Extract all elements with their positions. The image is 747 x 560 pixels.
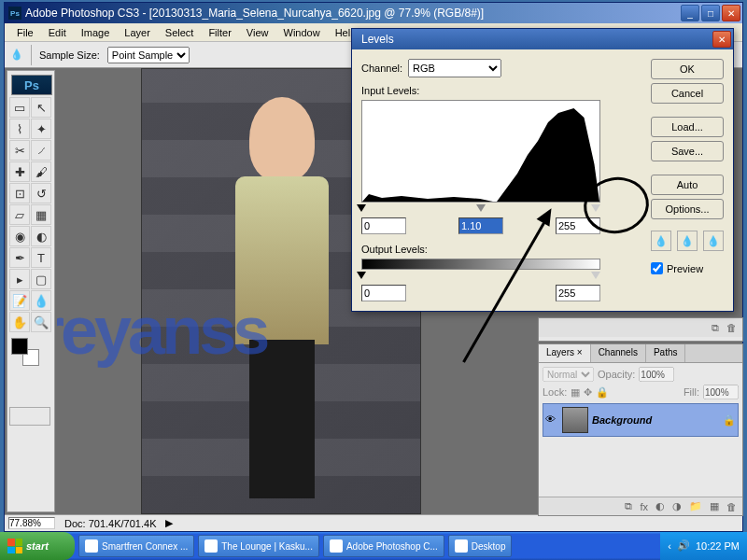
- white-eyedropper[interactable]: 💧: [703, 231, 724, 251]
- dodge-tool[interactable]: ◐: [31, 226, 51, 246]
- input-slider[interactable]: [361, 204, 600, 214]
- channel-select[interactable]: RGB: [408, 59, 501, 77]
- menu-view[interactable]: View: [240, 25, 275, 40]
- taskbar-item[interactable]: Adobe Photoshop C...: [323, 535, 444, 557]
- maximize-button[interactable]: □: [701, 5, 720, 21]
- start-button[interactable]: start: [0, 532, 75, 560]
- taskbar-item[interactable]: Desktop: [448, 535, 513, 557]
- options-button[interactable]: Options...: [651, 199, 724, 219]
- system-tray[interactable]: ‹ 🔊 10:22 PM: [660, 532, 747, 560]
- blend-mode-select[interactable]: Normal: [543, 367, 594, 382]
- zoom-tool[interactable]: 🔍: [31, 312, 51, 332]
- lasso-tool[interactable]: ⌇: [9, 119, 30, 139]
- lock-pixels-icon[interactable]: ▦: [571, 386, 580, 399]
- zoom-input[interactable]: [8, 517, 55, 529]
- trash-icon[interactable]: 🗑: [726, 322, 737, 333]
- adjustment-icon[interactable]: ◑: [672, 500, 682, 512]
- history-brush-tool[interactable]: ↺: [31, 183, 51, 203]
- slice-tool[interactable]: ⟋: [31, 140, 51, 161]
- ps-logo: Ps: [11, 75, 52, 95]
- path-select-tool[interactable]: ▸: [9, 269, 30, 289]
- sample-size-select[interactable]: Point Sample: [107, 47, 190, 63]
- tab-layers[interactable]: Layers ×: [539, 344, 591, 362]
- window-title: Adobe Photoshop CS3 - [20130313_Maria_Se…: [25, 7, 681, 20]
- small-panel: ⧉🗑: [538, 317, 743, 342]
- input-gamma-field[interactable]: [458, 217, 503, 234]
- menu-edit[interactable]: Edit: [42, 25, 73, 40]
- gradient-tool[interactable]: ▦: [31, 204, 51, 225]
- tab-channels[interactable]: Channels: [591, 344, 646, 362]
- crop-tool[interactable]: ✂: [9, 140, 30, 161]
- black-point-slider[interactable]: [357, 204, 366, 212]
- type-tool[interactable]: T: [31, 247, 51, 268]
- output-black-slider[interactable]: [357, 272, 366, 279]
- cancel-button[interactable]: Cancel: [651, 83, 724, 104]
- gamma-slider[interactable]: [476, 204, 486, 212]
- eyedropper-icon: 💧: [10, 49, 23, 61]
- ok-button[interactable]: OK: [651, 59, 724, 79]
- lock-all-icon[interactable]: 🔒: [596, 386, 609, 399]
- layers-panel: Layers ×ChannelsPaths Normal Opacity: Lo…: [538, 343, 743, 516]
- marquee-tool[interactable]: ▭: [9, 97, 30, 118]
- link-layers-icon[interactable]: ⧉: [625, 500, 632, 512]
- doc-size-label: Doc: 701.4K/701.4K: [64, 518, 156, 529]
- stamp-tool[interactable]: ⊡: [9, 183, 30, 203]
- menu-filter[interactable]: Filter: [202, 25, 237, 40]
- input-black-field[interactable]: [361, 217, 406, 234]
- menu-layer[interactable]: Layer: [118, 25, 157, 40]
- quick-select-tool[interactable]: ✦: [31, 119, 51, 139]
- output-white-field[interactable]: [556, 285, 600, 301]
- menu-file[interactable]: File: [10, 25, 40, 40]
- blur-tool[interactable]: ◉: [9, 226, 30, 246]
- auto-button[interactable]: Auto: [651, 175, 724, 195]
- input-levels-label: Input Levels:: [361, 85, 641, 96]
- output-white-slider[interactable]: [591, 272, 600, 279]
- mask-icon[interactable]: ◐: [655, 500, 665, 512]
- delete-layer-icon[interactable]: 🗑: [726, 501, 737, 512]
- dialog-close-button[interactable]: ✕: [712, 31, 731, 48]
- load-button[interactable]: Load...: [651, 117, 724, 137]
- group-icon[interactable]: 📁: [689, 500, 702, 512]
- output-slider[interactable]: [361, 272, 600, 281]
- save-button[interactable]: Save...: [651, 141, 724, 161]
- opacity-input[interactable]: [639, 367, 674, 382]
- lock-position-icon[interactable]: ✥: [584, 386, 592, 399]
- tray-chevron-icon[interactable]: ‹: [668, 540, 671, 552]
- menu-select[interactable]: Select: [159, 25, 201, 40]
- white-point-slider[interactable]: [591, 204, 600, 212]
- gray-eyedropper[interactable]: 💧: [677, 231, 698, 251]
- move-tool[interactable]: ↖: [31, 97, 51, 118]
- link-icon[interactable]: ⧉: [712, 322, 719, 334]
- menu-image[interactable]: Image: [75, 25, 117, 40]
- input-white-field[interactable]: [556, 217, 600, 234]
- color-swatches[interactable]: [9, 336, 52, 370]
- brush-tool[interactable]: 🖌: [31, 161, 51, 182]
- taskbar-item[interactable]: The Lounge | Kasku...: [198, 535, 319, 557]
- close-button[interactable]: ✕: [722, 5, 740, 21]
- hand-tool[interactable]: ✋: [9, 312, 30, 332]
- quick-mask-toggle[interactable]: [9, 407, 50, 426]
- tray-icon[interactable]: 🔊: [677, 539, 690, 553]
- pen-tool[interactable]: ✒: [9, 247, 30, 268]
- shape-tool[interactable]: ▢: [31, 269, 51, 289]
- healing-tool[interactable]: ✚: [9, 161, 30, 182]
- layer-thumbnail: [562, 407, 588, 433]
- fx-icon[interactable]: fx: [640, 501, 648, 512]
- minimize-button[interactable]: _: [681, 5, 699, 21]
- foreground-color[interactable]: [11, 338, 28, 355]
- notes-tool[interactable]: 📝: [9, 290, 30, 311]
- black-eyedropper[interactable]: 💧: [651, 231, 671, 251]
- visibility-icon[interactable]: 👁: [545, 413, 558, 427]
- tab-paths[interactable]: Paths: [646, 344, 686, 362]
- menu-window[interactable]: Window: [277, 25, 327, 40]
- eyedropper-tool[interactable]: 💧: [31, 290, 51, 311]
- taskbar-item[interactable]: Smartfren Connex ...: [78, 535, 194, 557]
- eraser-tool[interactable]: ▱: [9, 204, 30, 225]
- output-black-field[interactable]: [361, 285, 406, 301]
- fill-input[interactable]: [703, 385, 739, 399]
- preview-checkbox[interactable]: Preview: [651, 262, 724, 274]
- levels-dialog: Levels ✕ Channel: RGB Input Levels: Ou: [351, 28, 734, 312]
- new-layer-icon[interactable]: ▦: [710, 500, 719, 512]
- app-titlebar: Ps Adobe Photoshop CS3 - [20130313_Maria…: [5, 3, 742, 23]
- layer-row[interactable]: 👁 Background 🔒: [543, 403, 739, 437]
